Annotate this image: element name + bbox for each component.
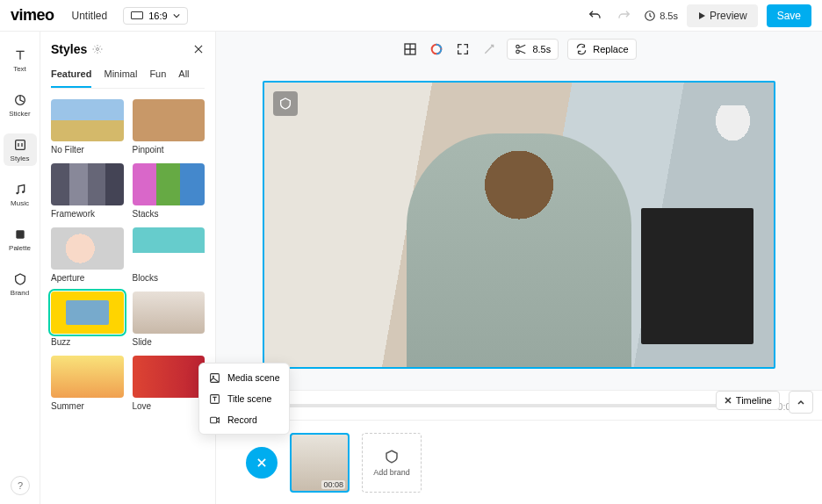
style-card-stacks[interactable]: Stacks: [133, 163, 206, 219]
svg-rect-5: [16, 230, 24, 238]
expand-strip-button[interactable]: [789, 391, 813, 414]
add-scene-menu: Media scene Title scene Record: [198, 363, 290, 435]
panel-settings-button[interactable]: [92, 44, 103, 54]
style-thumb: [133, 99, 206, 141]
layout-button[interactable]: [401, 40, 419, 58]
style-thumb: [51, 227, 124, 270]
help-button[interactable]: ?: [11, 476, 30, 495]
chevron-down-icon: [173, 12, 180, 19]
music-icon: [12, 182, 28, 198]
menu-item-record[interactable]: Record: [199, 409, 289, 430]
style-thumb: [51, 356, 124, 398]
style-thumb: [51, 99, 124, 141]
menu-item-media-scene[interactable]: Media scene: [199, 367, 289, 388]
chevron-up-icon: [797, 398, 805, 407]
video-canvas[interactable]: [263, 81, 775, 369]
save-button[interactable]: Save: [767, 4, 811, 27]
rail-label-brand: Brand: [11, 289, 29, 297]
rail-item-styles[interactable]: Styles: [4, 133, 37, 166]
style-card-blocks[interactable]: Blocks: [133, 227, 206, 283]
rail-item-palette[interactable]: Palette: [4, 223, 37, 256]
duration-chip[interactable]: 8.5s: [644, 10, 678, 22]
replace-button[interactable]: Replace: [567, 39, 636, 60]
trim-duration: 8.5s: [532, 44, 551, 54]
style-card-slide[interactable]: Slide: [133, 292, 206, 347]
style-label: Buzz: [51, 337, 124, 347]
canvas-media-badge[interactable]: [273, 91, 298, 116]
rail-label-styles: Styles: [11, 155, 30, 162]
style-thumb: [133, 356, 206, 398]
style-card-love[interactable]: Love: [133, 356, 206, 411]
sticker-icon: [12, 92, 28, 108]
timeline-track[interactable]: [272, 404, 726, 407]
panel-tabs: Featured Minimal Fun All: [51, 68, 205, 89]
close-small-icon: [724, 396, 732, 405]
style-thumb: [133, 292, 206, 334]
canvas-wrap: [216, 67, 822, 390]
style-label: Blocks: [133, 273, 206, 283]
undo-icon: [588, 9, 602, 23]
aspect-ratio-selector[interactable]: 16:9: [123, 7, 187, 25]
style-thumb: [51, 163, 124, 205]
preview-label: Preview: [710, 10, 747, 22]
rail-item-music[interactable]: Music: [4, 178, 37, 211]
style-card-no-filter[interactable]: No Filter: [51, 99, 124, 155]
close-icon: [192, 43, 205, 55]
play-icon: [697, 11, 706, 20]
style-card-buzz[interactable]: Buzz: [51, 292, 124, 347]
left-rail: Text Sticker Styles Music Palette Brand …: [0, 32, 40, 504]
style-label: Slide: [133, 337, 206, 347]
svg-point-13: [212, 375, 213, 377]
style-label: Summer: [51, 401, 124, 411]
timeline-toggle-button[interactable]: Timeline: [716, 391, 780, 410]
fit-button[interactable]: [454, 40, 472, 58]
wand-icon: [482, 42, 496, 56]
rail-label-palette: Palette: [9, 244, 31, 252]
rail-label-music: Music: [11, 199, 29, 207]
magic-button[interactable]: [480, 40, 498, 58]
rail-item-brand[interactable]: Brand: [4, 268, 37, 300]
tab-all[interactable]: All: [178, 68, 189, 88]
gear-icon: [92, 44, 103, 54]
record-icon: [208, 414, 220, 426]
style-label: Stacks: [133, 209, 206, 219]
image-icon: [208, 371, 220, 384]
add-brand-card[interactable]: Add brand: [362, 433, 422, 493]
media-icon: [278, 97, 292, 111]
undo-button[interactable]: [584, 5, 605, 26]
close-context-button[interactable]: [246, 447, 278, 479]
style-card-framework[interactable]: Framework: [51, 163, 124, 219]
preview-button[interactable]: Preview: [687, 4, 758, 27]
tab-minimal[interactable]: Minimal: [104, 68, 137, 88]
redo-button[interactable]: [614, 5, 635, 26]
color-button[interactable]: [428, 40, 445, 58]
duration-value: 8.5s: [660, 11, 678, 21]
style-card-pinpoint[interactable]: Pinpoint: [133, 99, 206, 155]
brand-icon: [384, 449, 400, 464]
top-bar: vimeo Untitled 16:9 8.5s Preview Save: [0, 0, 822, 32]
canvas-illustration: [703, 105, 764, 156]
layout-icon: [403, 42, 417, 56]
rail-label-text: Text: [13, 65, 26, 73]
vimeo-logo: vimeo: [11, 6, 54, 25]
trim-button[interactable]: 8.5s: [507, 39, 559, 60]
title-icon: [208, 392, 220, 405]
svg-point-10: [516, 45, 520, 48]
menu-item-title-scene[interactable]: Title scene: [199, 388, 289, 409]
style-card-aperture[interactable]: Aperture: [51, 227, 124, 283]
project-title[interactable]: Untitled: [72, 10, 108, 22]
tab-fun[interactable]: Fun: [149, 68, 166, 88]
text-icon: [12, 47, 28, 63]
rail-item-sticker[interactable]: Sticker: [4, 89, 37, 121]
style-thumb: [133, 227, 206, 270]
scissors-icon: [515, 43, 527, 55]
rail-item-text[interactable]: Text: [4, 44, 37, 76]
tab-featured[interactable]: Featured: [51, 68, 91, 88]
panel-close-button[interactable]: [192, 43, 205, 55]
style-card-summer[interactable]: Summer: [51, 356, 124, 411]
scene-thumbnail[interactable]: 00:08: [290, 433, 350, 493]
replace-icon: [575, 43, 588, 55]
timeline-btn-label: Timeline: [736, 395, 772, 406]
canvas-toolbar: 8.5s Replace: [216, 32, 822, 67]
canvas-illustration: [407, 133, 631, 367]
